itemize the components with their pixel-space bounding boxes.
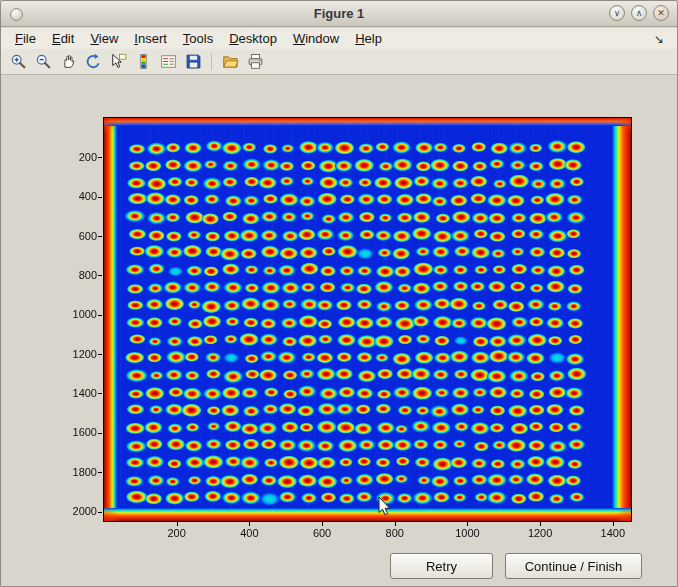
zoom-in-icon [10, 53, 27, 70]
toolbar-separator [211, 53, 212, 70]
menu-item-help[interactable]: Help [347, 30, 390, 47]
data-cursor-icon [110, 53, 127, 70]
menu-item-edit[interactable]: Edit [44, 30, 82, 47]
retry-button[interactable]: Retry [390, 553, 493, 579]
open-button[interactable] [218, 51, 242, 73]
figure-window: Figure 1 ∨ ∧ ✕ FileEditViewInsertToolsDe… [0, 0, 678, 587]
minimize-button[interactable]: ∨ [609, 5, 625, 21]
heatmap-canvas[interactable] [104, 118, 631, 521]
menu-item-view[interactable]: View [82, 30, 126, 47]
continue-finish-button[interactable]: Continue / Finish [505, 553, 642, 579]
close-icon: ✕ [657, 8, 665, 18]
rotate-3d-icon [85, 53, 102, 70]
colorbar-icon [135, 53, 152, 70]
menu-item-insert[interactable]: Insert [126, 30, 175, 47]
print-icon [247, 53, 264, 70]
rotate-3d-button[interactable] [81, 51, 105, 73]
menu-item-file[interactable]: File [7, 30, 44, 47]
pan-icon [60, 53, 77, 70]
pan-button[interactable] [56, 51, 80, 73]
menu-item-tools[interactable]: Tools [175, 30, 221, 47]
minimize-icon: ∨ [614, 8, 621, 18]
zoom-out-icon [35, 53, 52, 70]
axes-image [103, 117, 632, 522]
print-button[interactable] [243, 51, 267, 73]
window-title: Figure 1 [1, 1, 677, 26]
legend-button[interactable] [156, 51, 180, 73]
close-button[interactable]: ✕ [653, 5, 669, 21]
titlebar[interactable]: Figure 1 ∨ ∧ ✕ [1, 1, 677, 27]
zoom-in-button[interactable] [6, 51, 30, 73]
menu-item-window[interactable]: Window [285, 30, 347, 47]
save-icon [185, 53, 202, 70]
toolbar [1, 49, 677, 75]
maximize-icon: ∧ [636, 8, 643, 18]
colorbar-button[interactable] [131, 51, 155, 73]
menu-item-desktop[interactable]: Desktop [221, 30, 285, 47]
legend-icon [160, 53, 177, 70]
data-cursor-button[interactable] [106, 51, 130, 73]
zoom-out-button[interactable] [31, 51, 55, 73]
dock-figure-button[interactable]: ↘ [648, 28, 670, 51]
open-icon [222, 53, 239, 70]
menubar: FileEditViewInsertToolsDesktopWindowHelp… [1, 28, 677, 49]
maximize-button[interactable]: ∧ [631, 5, 647, 21]
save-button[interactable] [181, 51, 205, 73]
